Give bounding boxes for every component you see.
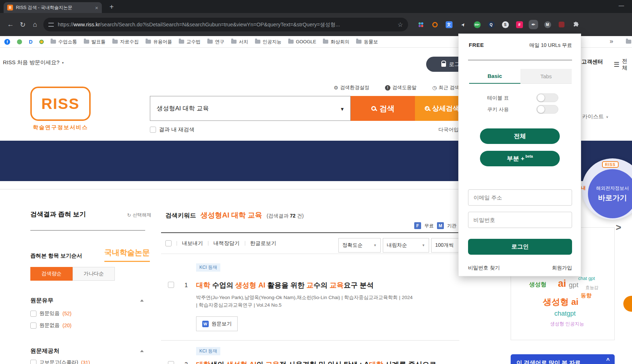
window-minimize-button[interactable]: — [619, 2, 624, 8]
fulltext-available-checkbox[interactable] [30, 311, 36, 317]
bookmark-folder[interactable]: 동물보 [356, 39, 378, 45]
search-settings-link[interactable]: ⚙ 검색환경설정 [334, 84, 369, 91]
search-input-box[interactable]: ▼ [150, 96, 351, 121]
signup-link[interactable]: 회원가입 [552, 265, 572, 271]
back-button[interactable]: ← [4, 21, 17, 28]
feather-extension-icon-active[interactable]: ✒ [529, 20, 538, 29]
wordcloud-term[interactable]: 효능감 [585, 285, 598, 291]
bookmark-folder[interactable]: GOOGLE [288, 39, 316, 44]
kaist-dropdown[interactable]: 카이스트 ∨ [582, 113, 609, 120]
bookmark-folder[interactable]: 유용어플 [146, 39, 172, 45]
reload-button[interactable]: ↻ [17, 21, 29, 29]
search-help-link[interactable]: ! 검색도움말 [385, 84, 417, 91]
site-info-icon[interactable] [48, 23, 54, 27]
overseas-einfo-shortcut[interactable]: 해외전자정보서 바로가기 [588, 169, 632, 218]
filter-fulltext-unavailable[interactable]: 원문없음 (20) [30, 322, 72, 329]
tab-close-icon[interactable]: × [95, 5, 98, 11]
find-password-link[interactable]: 비밀번호 찾기 [468, 265, 500, 271]
search-query-input[interactable] [150, 96, 350, 120]
extension-icon-ring[interactable] [430, 20, 440, 29]
collapse-arrow-icon[interactable] [140, 299, 144, 302]
bookmark-folder[interactable]: 연구 [207, 39, 224, 45]
password-field[interactable] [468, 212, 572, 228]
sort-by-volume-button[interactable]: 검색량순 [30, 267, 73, 281]
result-title-link[interactable]: 대학 수업의 생성형 AI 활용을 위한 교수의 교육요구 분석 [196, 280, 374, 290]
email-field[interactable] [468, 189, 572, 206]
riss-logo[interactable]: RISS [30, 87, 91, 121]
wordcloud-term[interactable]: gpt [569, 281, 578, 289]
red-extension-icon[interactable] [557, 20, 566, 29]
result-checkbox[interactable] [168, 282, 174, 288]
q-extension-icon[interactable]: Q [486, 20, 496, 29]
view-in-korean-button[interactable]: 한글로보기 [250, 240, 277, 247]
bookmarks-overflow-chevron[interactable]: » [610, 38, 613, 45]
bookmark-map-pin[interactable] [39, 40, 44, 44]
result-title-link[interactable]: 대학생의 생성형 AI의 교육적 사용경험 및 인식 탐색 : A대학 사례를 … [196, 360, 436, 364]
extract-partial-button[interactable]: 부분 +beta [480, 151, 560, 166]
browser-tab[interactable]: R RISS 검색 - 국내학술지논문 × [4, 2, 102, 13]
tab-tabs[interactable]: Tabs [520, 69, 572, 84]
add-to-bookshelf-button[interactable]: 내책장담기 [213, 240, 240, 247]
customer-center-link[interactable]: 고객센터 [581, 58, 603, 65]
view-fulltext-button[interactable]: W 원문보기 [196, 316, 238, 331]
grid-extension-icon[interactable]: # [515, 20, 524, 29]
bookmark-folder[interactable]: 화상회의 [323, 39, 349, 45]
bookmark-green-app[interactable] [17, 39, 22, 44]
bookmark-folder[interactable]: 수업소통 [51, 39, 77, 45]
wordcloud-term[interactable]: chat gpt [578, 276, 595, 281]
m-extension-icon[interactable]: M [543, 20, 552, 29]
extensions-puzzle-icon[interactable] [571, 20, 580, 29]
result-checkbox[interactable] [168, 361, 174, 364]
bookmark-folder[interactable]: 발표툴 [84, 39, 105, 45]
wordcloud-term[interactable]: 생성형 ai [543, 296, 579, 308]
bookmark-folder[interactable]: 인공지능 [255, 39, 281, 45]
bookmark-d-site[interactable]: D [29, 39, 33, 45]
filter-provider-kyobo[interactable]: 교보문고(스콜라) (31) [30, 359, 90, 364]
bookmark-folder[interactable]: 자료수집 [112, 39, 139, 45]
carousel-next-chevron[interactable]: > [616, 222, 621, 233]
recent-search-link[interactable]: ◷ 최근 검색 [432, 84, 459, 91]
descending-sort-select[interactable]: 내림차순▼ [383, 238, 429, 253]
tab-basic-active[interactable]: Basic [469, 69, 520, 84]
cookie-toggle-switch[interactable] [536, 105, 558, 114]
nav-domestic-papers-active[interactable]: 국내학술논문 [104, 247, 150, 262]
sort-alphabetical-button[interactable]: 가나다순 [73, 267, 115, 281]
fulltext-unavailable-checkbox[interactable] [30, 323, 36, 329]
extract-all-button[interactable]: 전체 [480, 128, 560, 144]
new-tab-button[interactable]: + [107, 2, 116, 12]
provider-kyobo-checkbox[interactable] [30, 360, 36, 364]
cursor-extension-icon[interactable]: ➤ [458, 20, 468, 29]
search-button[interactable]: 검색 [351, 96, 415, 121]
accuracy-sort-select[interactable]: 정확도순▼ [338, 238, 381, 253]
table-toggle-switch[interactable] [536, 93, 558, 102]
export-button[interactable]: 내보내기 [182, 240, 203, 247]
wordcloud-term[interactable]: 동향 [581, 292, 592, 299]
badge-99-extension-icon[interactable]: 99+ [472, 20, 482, 29]
bookmark-folder[interactable]: 서치 [231, 39, 248, 45]
wordcloud-term[interactable]: chatgpt [554, 310, 576, 317]
bookmark-folder-pinned[interactable] [626, 40, 631, 44]
bookmark-star-icon[interactable]: ☆ [398, 21, 403, 28]
home-button[interactable]: ⌂ [29, 21, 41, 28]
wordcloud-term[interactable]: 생성형 인공지능 [550, 321, 584, 327]
popular-materials-banner[interactable]: 이 검색어로 많이 본 자료 ^ [511, 354, 615, 364]
bookmark-folder[interactable]: 교수법 [179, 39, 200, 45]
s-extension-icon[interactable]: S [501, 20, 510, 29]
translate-extension-icon[interactable]: 文 [444, 20, 454, 29]
collapse-arrow-icon[interactable] [140, 350, 144, 352]
first-visit-link[interactable]: RISS 처음 방문이세요? ▾ [3, 59, 64, 66]
bookmark-facebook[interactable]: f [4, 39, 10, 45]
popup-login-button[interactable]: 로그인 [468, 239, 572, 255]
deselect-button[interactable]: ↻ 선택해제 [127, 212, 151, 218]
extension-icon-dots[interactable] [416, 20, 425, 29]
url-bar[interactable]: https://www.riss.kr/search/Search.do?isD… [43, 18, 408, 31]
rescope-checkbox[interactable] [150, 127, 156, 133]
search-within-results[interactable]: 결과 내 재검색 [150, 126, 194, 133]
all-menu-button[interactable]: ☰ 전체 [614, 58, 632, 71]
wordcloud-term[interactable]: ai [558, 278, 566, 289]
chevron-up-icon[interactable]: ^ [606, 357, 610, 364]
filter-fulltext-available[interactable]: 원문있음 (52) [30, 310, 72, 317]
wordcloud-term[interactable]: 생성형 [529, 281, 546, 289]
floating-action-button[interactable] [623, 296, 632, 312]
select-all-checkbox[interactable] [165, 240, 172, 246]
